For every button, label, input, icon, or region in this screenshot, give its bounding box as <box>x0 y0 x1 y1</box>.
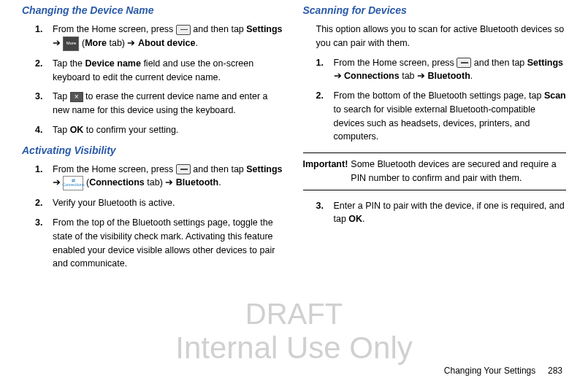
step-item: 3. Tap to erase the current device name … <box>35 90 286 117</box>
home-icon <box>176 164 191 174</box>
page-footer: Changing Your Settings 283 <box>444 364 562 377</box>
step-number: 3. <box>316 199 334 227</box>
erase-icon <box>70 92 83 102</box>
step-text: From the Home screen, press and then tap… <box>53 23 286 51</box>
step-item: 3. From the top of the Bluetooth setting… <box>35 216 286 271</box>
important-note: Important! Some Bluetooth devices are se… <box>303 153 567 190</box>
step-text: From the bottom of the Bluetooth setting… <box>334 89 567 144</box>
home-icon <box>176 25 191 35</box>
footer-page-number: 283 <box>548 366 562 376</box>
step-text: From the Home screen, press and then tap… <box>334 56 567 84</box>
step-item: 3. Enter a PIN to pair with the device, … <box>316 199 567 227</box>
step-text: From the top of the Bluetooth settings p… <box>53 216 286 271</box>
step-text: Enter a PIN to pair with the device, if … <box>334 199 567 227</box>
step-number: 4. <box>35 123 53 137</box>
step-item: 1. From the Home screen, press and then … <box>316 56 567 84</box>
section-heading-scanning: Scanning for Devices <box>303 3 567 18</box>
more-tab-icon: More <box>63 36 79 51</box>
important-text: Some Bluetooth devices are secured and r… <box>351 158 566 185</box>
connections-tab-icon: ⇄Connections <box>63 176 83 190</box>
step-number: 1. <box>35 163 53 191</box>
home-icon <box>457 58 471 68</box>
step-item: 4. Tap OK to confirm your setting. <box>35 123 286 137</box>
important-label: Important! <box>303 158 348 185</box>
step-number: 2. <box>35 196 53 210</box>
step-item: 2. Tap the Device name field and use the… <box>35 57 286 85</box>
step-item: 2. Verify your Bluetooth is active. <box>35 196 286 210</box>
step-text: Tap to erase the current device name and… <box>53 90 286 117</box>
steps-scanning: 1. From the Home screen, press and then … <box>303 56 567 144</box>
step-text: Verify your Bluetooth is active. <box>53 196 286 210</box>
step-number: 2. <box>35 57 53 85</box>
step-item: 2. From the bottom of the Bluetooth sett… <box>316 89 567 144</box>
step-item: 1. From the Home screen, press and then … <box>35 23 286 51</box>
footer-section: Changing Your Settings <box>444 366 535 376</box>
step-number: 3. <box>35 216 53 271</box>
steps-visibility: 1. From the Home screen, press and then … <box>22 163 286 271</box>
step-number: 2. <box>316 89 334 144</box>
watermark-draft: DRAFT <box>0 292 588 336</box>
section-heading-visibility: Activating Visibility <box>22 143 286 158</box>
step-text: Tap OK to confirm your setting. <box>53 123 286 137</box>
step-number: 1. <box>35 23 53 51</box>
section-intro: This option allows you to scan for activ… <box>303 23 567 50</box>
step-item: 1. From the Home screen, press and then … <box>35 163 286 191</box>
step-number: 3. <box>35 90 53 117</box>
steps-scanning-cont: 3. Enter a PIN to pair with the device, … <box>303 199 567 227</box>
step-number: 1. <box>316 56 334 84</box>
section-heading-change-name: Changing the Device Name <box>22 3 286 18</box>
steps-change-name: 1. From the Home screen, press and then … <box>22 23 286 137</box>
step-text: From the Home screen, press and then tap… <box>53 163 286 191</box>
step-text: Tap the Device name field and use the on… <box>53 57 286 85</box>
